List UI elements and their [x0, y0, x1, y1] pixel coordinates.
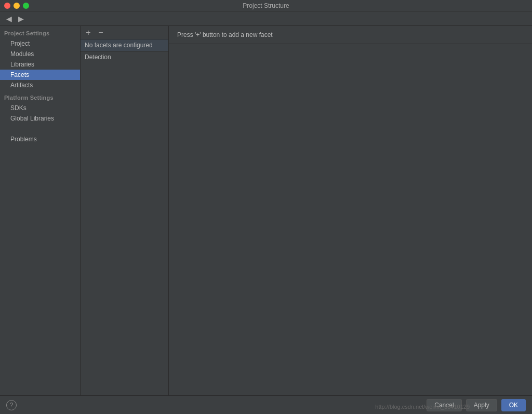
bottom-left: ?: [6, 400, 17, 410]
bottom-right: Cancel Apply OK: [427, 399, 526, 411]
sidebar-item-sdks[interactable]: SDKs: [0, 103, 80, 113]
facets-panel: + − No facets are configured Detection: [81, 26, 169, 414]
bottom-bar: ? http://blog.csdn.net/weixin_38410129 C…: [0, 395, 532, 414]
maximize-btn[interactable]: [23, 3, 29, 9]
content-area: Project Settings Project Modules Librari…: [0, 26, 532, 414]
main-hint: Press '+' button to add a new facet: [169, 26, 532, 44]
add-facet-button[interactable]: +: [83, 27, 94, 38]
no-facets-item: No facets are configured: [81, 39, 168, 51]
sidebar-item-project[interactable]: Project: [0, 38, 80, 49]
sidebar-item-problems[interactable]: Problems: [0, 134, 80, 144]
sidebar-item-global-libraries[interactable]: Global Libraries: [0, 113, 80, 124]
sidebar-item-artifacts[interactable]: Artifacts: [0, 80, 80, 90]
cancel-button[interactable]: Cancel: [427, 399, 461, 411]
back-button[interactable]: ◀: [4, 14, 14, 24]
minimize-btn[interactable]: [14, 3, 20, 9]
facets-list: No facets are configured Detection: [81, 39, 168, 414]
nav-bar: ◀ ▶: [0, 11, 532, 26]
help-button[interactable]: ?: [6, 400, 17, 410]
sidebar-item-libraries[interactable]: Libraries: [0, 59, 80, 70]
window-title: Project Structure: [243, 2, 289, 9]
forward-button[interactable]: ▶: [16, 14, 26, 24]
sidebar-item-facets[interactable]: Facets: [0, 70, 80, 80]
window-controls: [4, 3, 29, 9]
sidebar-item-modules[interactable]: Modules: [0, 49, 80, 59]
apply-button[interactable]: Apply: [466, 399, 497, 411]
close-btn[interactable]: [4, 3, 10, 9]
sidebar: Project Settings Project Modules Librari…: [0, 26, 81, 414]
ok-button[interactable]: OK: [501, 399, 526, 411]
title-bar: Project Structure: [0, 0, 532, 11]
main-content: Press '+' button to add a new facet: [169, 26, 532, 414]
remove-facet-button[interactable]: −: [95, 27, 107, 38]
project-settings-label: Project Settings: [0, 26, 80, 38]
facets-detection-item[interactable]: Detection: [81, 51, 168, 63]
platform-settings-label: Platform Settings: [0, 90, 80, 103]
facets-toolbar: + −: [81, 26, 168, 39]
app-container: ◀ ▶ Project Settings Project Modules Lib…: [0, 11, 532, 414]
